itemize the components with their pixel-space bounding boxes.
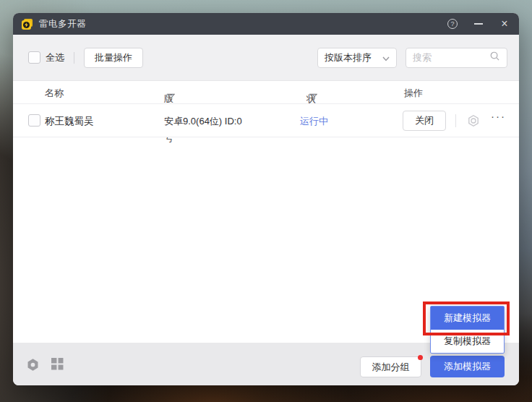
chevron-down-icon [382,51,390,64]
global-settings-icon[interactable] [26,358,40,375]
filter-funnel-icon[interactable] [167,93,175,103]
add-emulator-popup-menu: 新建模拟器 复制模拟器 [430,306,505,354]
sort-dropdown[interactable]: 按版本排序 [317,48,397,68]
window-controls: ? × [447,18,510,30]
search-icon [489,51,500,64]
minimize-button[interactable] [473,18,484,30]
ldplayer-multi-instance-window: 雷电多开器 ? × 全选 批量操作 按版本排序 [13,13,519,385]
add-group-label: 添加分组 [372,361,410,374]
notification-dot-badge [418,355,423,360]
grid-view-icon[interactable] [51,358,64,373]
select-all-checkbox[interactable] [28,51,40,64]
question-mark-icon: ? [447,19,458,29]
search-box [406,48,507,68]
more-options-icon[interactable]: ··· [491,110,506,122]
toolbar: 全选 批量操作 按版本排序 [13,35,519,81]
filter-funnel-icon[interactable] [309,93,317,103]
table-header: 名称 版本/编号 状态 操作 [13,81,519,104]
batch-operations-button[interactable]: 批量操作 [84,48,143,68]
column-header-name: 名称 [45,87,64,100]
add-emulator-button[interactable]: 添加模拟器 [430,356,505,377]
emulator-row: 称王魏蜀吴 安卓9.0(64位) ID:0 运行中 关闭 ··· [13,104,519,137]
column-header-action: 操作 [404,87,423,100]
window-title: 雷电多开器 [39,18,86,30]
emulator-status: 运行中 [300,115,328,128]
titlebar: 雷电多开器 ? × [13,13,519,35]
select-all-label: 全选 [46,51,64,64]
search-input[interactable] [413,52,489,63]
minimize-icon [474,23,483,25]
row-checkbox[interactable] [28,114,40,127]
emulator-version: 安卓9.0(64位) ID:0 [164,115,242,128]
settings-nut-icon[interactable] [467,114,480,130]
add-group-button[interactable]: 添加分组 [360,356,421,377]
close-button[interactable]: × [499,18,510,30]
toolbar-divider [74,52,74,64]
menu-item-new-emulator[interactable]: 新建模拟器 [431,307,504,330]
lightning-bolt-icon [23,22,30,28]
emulator-name: 称王魏蜀吴 [45,115,94,128]
yellow-sheet-icon [22,20,31,30]
menu-item-copy-emulator[interactable]: 复制模拟器 [431,330,504,353]
row-action-divider [455,114,456,127]
app-logo-icon [22,19,33,30]
close-emulator-button[interactable]: 关闭 [403,111,446,131]
sort-dropdown-value: 按版本排序 [325,51,382,64]
help-button[interactable]: ? [447,18,458,30]
